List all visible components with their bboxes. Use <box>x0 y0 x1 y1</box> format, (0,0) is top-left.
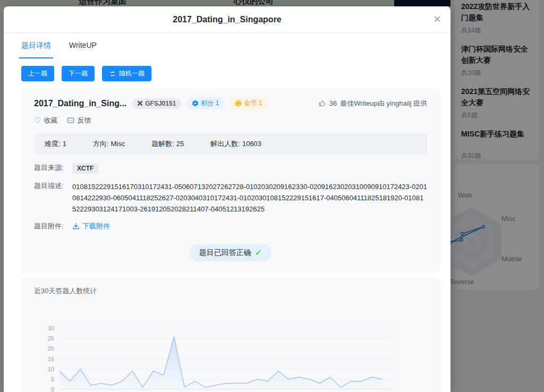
stat-writeups: 题解数:25 <box>149 139 184 149</box>
question-card: 2017_Dating_in_Sing... GFSJ0151 积分 1 <box>21 88 440 273</box>
next-question-button[interactable]: 下一题 <box>62 66 95 81</box>
question-source-row: 题目来源: XCTF <box>34 163 427 174</box>
stat-category: 方向:Misc <box>91 139 125 149</box>
likes-count: 36 <box>329 99 337 107</box>
trend-chart-title: 近30天答题人数统计 <box>34 286 440 296</box>
answered-row: 题目已回答正确 ✓ <box>34 244 427 261</box>
answered-status-badge: 题目已回答正确 ✓ <box>190 244 271 261</box>
coin-badge-label: 金币 1 <box>244 99 262 108</box>
favorite-button[interactable]: ♡ 收藏 <box>34 116 57 125</box>
writeup-credit: 最佳Writeup由 yinghailj 提供 <box>340 99 427 108</box>
solvers-trend-line-chart: 05101520253006-1606-2206-2807-0407-1007-… <box>21 310 440 392</box>
question-title: 2017_Dating_in_Sing... <box>34 99 126 108</box>
check-icon: ✓ <box>255 248 262 258</box>
feedback-button[interactable]: 反馈 <box>67 116 91 125</box>
modal-header: 2017_Dating_in_Singapore × <box>4 6 450 33</box>
description-text: 01081522291516170310172431-0506071320272… <box>72 181 427 215</box>
attachment-label: 题目附件: <box>34 221 72 231</box>
score-gem-icon <box>192 100 199 107</box>
score-badge-label: 积分 1 <box>201 99 219 108</box>
writeup-meta: 36 最佳Writeup由 yinghailj 提供 <box>318 99 427 108</box>
stat-difficulty: 难度:1 <box>42 139 66 149</box>
source-tag: XCTF <box>72 163 98 174</box>
question-actions-row: ♡ 收藏 反馈 <box>34 116 427 125</box>
download-icon <box>72 223 80 230</box>
svg-text:30: 30 <box>48 325 54 331</box>
feedback-label: 反馈 <box>77 116 91 125</box>
thumbs-up-icon[interactable] <box>318 99 326 107</box>
feedback-bubble-icon <box>67 117 74 124</box>
coin-badge: 金币 1 <box>230 97 267 109</box>
question-code-badge: GFSJ0151 <box>132 98 181 109</box>
tab-writeup[interactable]: WriteUP <box>69 33 97 58</box>
close-icon[interactable]: × <box>434 12 441 27</box>
trend-chart-card: 近30天答题人数统计 05101520253006-1606-2206-2807… <box>21 278 440 392</box>
answered-text: 题目已回答正确 <box>199 248 251 258</box>
svg-text:25: 25 <box>48 335 54 342</box>
source-label: 题目来源: <box>34 163 72 173</box>
random-question-button[interactable]: 随机一题 <box>102 66 151 81</box>
tab-question-detail[interactable]: 题目详情 <box>21 33 51 58</box>
gold-coin-icon <box>235 100 242 107</box>
prev-question-button[interactable]: 上一题 <box>21 66 54 81</box>
modal-title: 2017_Dating_in_Singapore <box>173 15 282 24</box>
question-stats-strip: 难度:1 方向:Misc 题解数:25 解出人数:10603 <box>34 133 427 155</box>
svg-text:0: 0 <box>51 386 54 392</box>
stat-solvers: 解出人数:10603 <box>208 139 261 149</box>
favorite-label: 收藏 <box>44 116 57 125</box>
xctf-logo-icon <box>137 100 143 106</box>
download-attachment-link[interactable]: 下载附件 <box>72 221 110 231</box>
svg-text:20: 20 <box>48 345 54 352</box>
svg-text:5: 5 <box>51 376 54 382</box>
shuffle-icon <box>109 70 116 78</box>
question-code: GFSJ0151 <box>145 100 176 107</box>
question-nav-row: 上一题 下一题 随机一题 <box>21 66 440 81</box>
svg-text:10: 10 <box>48 366 54 372</box>
question-attachment-row: 题目附件: 下载附件 <box>34 221 427 231</box>
modal-body: 上一题 下一题 随机一题 2017_Dating_in_Sing... <box>4 58 450 392</box>
score-badge: 积分 1 <box>186 97 224 109</box>
random-question-label: 随机一题 <box>119 69 144 78</box>
question-description-row: 题目描述: 01081522291516170310172431-0506071… <box>34 181 427 215</box>
modal-tabs: 题目详情 WriteUP <box>4 33 450 58</box>
svg-text:15: 15 <box>48 356 54 362</box>
screen: 适合作为桌面 心仪的公司 2022攻防世界新手入门题集 共14题 津门杯国际网络… <box>0 0 544 392</box>
question-title-row: 2017_Dating_in_Sing... GFSJ0151 积分 1 <box>34 97 427 109</box>
download-label: 下载附件 <box>82 221 110 231</box>
description-label: 题目描述: <box>34 181 72 191</box>
challenge-detail-modal: 2017_Dating_in_Singapore × 题目详情 WriteUP … <box>4 6 450 392</box>
heart-icon: ♡ <box>34 116 41 125</box>
